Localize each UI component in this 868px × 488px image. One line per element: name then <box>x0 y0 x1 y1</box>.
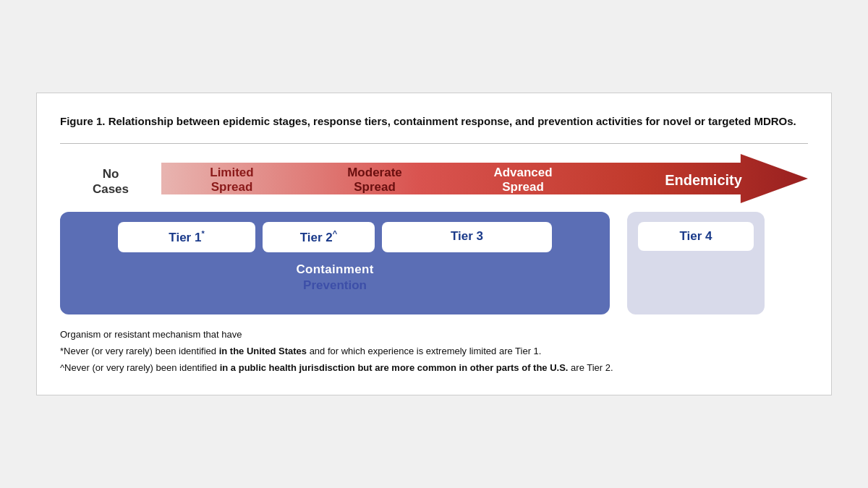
footnote-line2-bold: in a public health jurisdisction but are… <box>220 362 569 373</box>
tier1-sup: * <box>201 229 204 238</box>
tier1-box: Tier 1* <box>118 222 255 252</box>
footnote-line1-post: and for which experience is extremely li… <box>307 346 541 356</box>
stage-no-cases: No Cases <box>60 161 161 197</box>
tier2-box: Tier 2^ <box>263 222 375 252</box>
footnotes: Organism or resistant mechanism that hav… <box>60 328 808 375</box>
stage-limited-spread: Limited Spread <box>210 160 253 194</box>
footnote-line2-post: are Tier 2. <box>568 362 613 373</box>
footnote-line2: ^Never (or very rarely) been identified … <box>60 361 808 376</box>
figure-container: Figure 1. Relationship between epidemic … <box>36 93 832 395</box>
figure-title: Figure 1. Relationship between epidemic … <box>60 114 808 129</box>
stage-moderate-spread: Moderate Spread <box>347 160 402 194</box>
prevention-label: Prevention <box>303 278 367 293</box>
footnote-line1-bold: in the United States <box>219 346 307 356</box>
footnote-line1-pre: *Never (or very rarely) been identified <box>60 346 219 356</box>
footnote-line1: *Never (or very rarely) been identified … <box>60 344 808 359</box>
footnote-line2-pre: ^Never (or very rarely) been identified <box>60 362 220 373</box>
stage-advanced-spread: Advanced Spread <box>493 160 552 194</box>
divider-line <box>60 143 808 144</box>
tier4-box: Tier 4 <box>638 222 754 251</box>
tier-boxes-row: Tier 1* Tier 2^ Tier 3 <box>69 222 601 252</box>
tier2-sup: ^ <box>333 229 337 238</box>
stage-endemicity: Endemicity <box>665 166 742 188</box>
containment-label: Containment <box>296 262 373 277</box>
diagram-area: No Cases <box>60 154 808 314</box>
tier4-block: Tier 4 <box>627 212 765 314</box>
tier3-box: Tier 3 <box>382 222 552 252</box>
footnote-line0: Organism or resistant mechanism that hav… <box>60 328 808 343</box>
containment-block: Tier 1* Tier 2^ Tier 3 Containment Preve… <box>60 212 610 314</box>
